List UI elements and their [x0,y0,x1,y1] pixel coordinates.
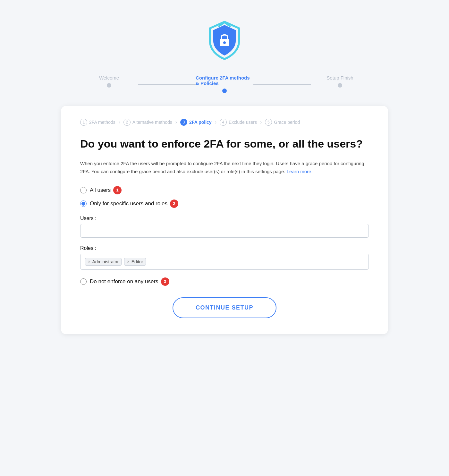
sub-step-sep-3: › [215,119,216,125]
sub-step-alt-methods[interactable]: 2 Alternative methods [123,119,172,126]
radio-all-users[interactable]: All users 1 [80,186,369,194]
sub-step-sep-2: › [175,119,177,125]
continue-setup-button[interactable]: CONTINUE SETUP [173,297,276,318]
radio-no-enforce-input[interactable] [80,278,87,285]
sub-step-2fa-methods[interactable]: 1 2FA methods [80,119,115,126]
roles-label: Roles : [80,245,369,251]
svg-point-1 [223,41,226,44]
users-input[interactable] [80,224,369,238]
tag-editor-remove[interactable]: × [127,259,130,264]
sub-stepper: 1 2FA methods › 2 Alternative methods › … [80,119,369,126]
roles-tags-input[interactable]: × Administrator × Editor [80,254,369,270]
stepper-step-configure: Configure 2FA methods & Policies [196,75,253,93]
sub-step-sep-1: › [119,119,120,125]
users-field-group: Users : [80,216,369,238]
stepper-step-finish: Setup Finish [311,75,369,88]
policy-radio-group: All users 1 Only for specific users and … [80,186,369,208]
stepper-line-2 [253,84,311,85]
badge-1: 1 [113,186,122,194]
sub-step-grace-period[interactable]: 5 Grace period [265,119,300,126]
sub-step-exclude-users[interactable]: 4 Exclude users [220,119,257,126]
badge-2: 2 [170,200,178,208]
tag-editor[interactable]: × Editor [124,258,146,266]
stepper-step-welcome: Welcome [80,75,138,88]
badge-3: 3 [161,277,169,286]
radio-specific-users[interactable]: Only for specific users and roles 2 [80,200,369,208]
stepper-line-1 [138,84,196,85]
tag-administrator[interactable]: × Administrator [85,258,122,266]
roles-field-group: Roles : × Administrator × Editor [80,245,369,270]
no-enforce-group: Do not enforce on any users 3 [80,277,369,286]
page-title: Do you want to enforce 2FA for some, or … [80,137,369,150]
stepper-dot-welcome [107,83,111,88]
users-label: Users : [80,216,369,221]
learn-more-link[interactable]: Learn more. [287,169,313,174]
stepper-dot-configure [222,89,227,93]
top-stepper: Welcome Configure 2FA methods & Policies… [80,75,369,93]
stepper-dot-finish [338,83,342,88]
sub-step-sep-4: › [260,119,262,125]
description-text: When you enforce 2FA the users will be p… [80,159,369,176]
radio-all-users-input[interactable] [80,187,87,193]
sub-step-2fa-policy[interactable]: 3 2FA policy [180,119,212,126]
radio-no-enforce[interactable]: Do not enforce on any users 3 [80,277,369,286]
radio-specific-users-input[interactable] [80,200,87,207]
main-card: 1 2FA methods › 2 Alternative methods › … [61,106,388,334]
tag-administrator-remove[interactable]: × [88,259,90,264]
logo [207,19,242,62]
